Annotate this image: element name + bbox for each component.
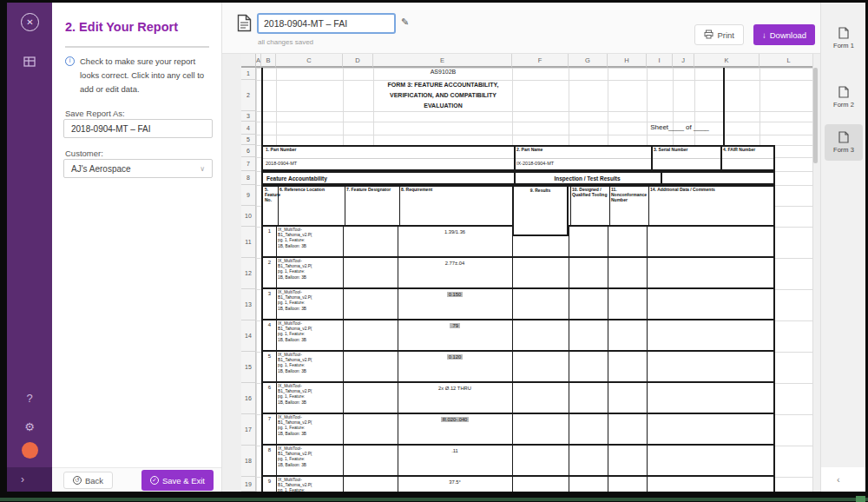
row-header[interactable]: 13 [241, 289, 256, 320]
comments-cell[interactable] [647, 227, 773, 256]
print-button[interactable]: Print [694, 24, 744, 45]
row-header[interactable]: 17 [241, 414, 256, 446]
results-cell[interactable] [512, 320, 569, 350]
save-report-input[interactable] [63, 119, 213, 138]
reference-location-cell[interactable]: IX_MultiTool-B1_Tahoma_v2.P(pg. 1, Featu… [278, 259, 342, 281]
comments-cell[interactable] [647, 289, 773, 319]
part-value-cell[interactable]: 2018-0904-MT [266, 161, 512, 166]
column-header[interactable]: J [673, 54, 694, 68]
row-header[interactable]: 10 [241, 206, 256, 227]
reference-location-cell[interactable]: IX_MultiTool-B1_Tahoma_v2.P(pg. 1, Featu… [278, 228, 342, 249]
results-cell[interactable] [512, 289, 569, 319]
row-header[interactable]: 11 [241, 227, 256, 258]
document-title-input[interactable] [257, 13, 396, 34]
row-header[interactable]: 16 [241, 383, 256, 414]
nonconformance-cell[interactable] [608, 227, 647, 256]
row-header[interactable]: 5 [241, 135, 256, 145]
reference-location-cell[interactable]: IX_MultiTool-B1_Tahoma_v2.P(pg. 1, Featu… [278, 384, 342, 406]
results-cell[interactable] [512, 414, 569, 444]
app-logo-icon[interactable]: ✕ [21, 13, 39, 31]
column-header[interactable]: B [261, 54, 276, 68]
nonconformance-cell[interactable] [608, 477, 647, 492]
reference-location-cell[interactable]: IX_MultiTool-B1_Tahoma_v2.P(pg. 1, Featu… [278, 290, 342, 312]
row-header[interactable]: 14 [241, 320, 256, 352]
reference-location-cell[interactable]: IX_MultiTool-B1_Tahoma_v2.P(pg. 1, Featu… [278, 478, 342, 492]
feature-no-cell[interactable]: 8 [263, 447, 276, 452]
reference-location-cell[interactable]: IX_MultiTool-B1_Tahoma_v2.P(pg. 1, Featu… [278, 353, 342, 374]
feature-designator-cell[interactable] [343, 258, 398, 287]
feature-no-cell[interactable]: 6 [263, 385, 276, 390]
requirement-cell[interactable]: R.020-.040 [398, 417, 512, 422]
spreadsheet[interactable]: ABCDEFGHIJKL1234567891011121314151617181… [241, 54, 819, 492]
user-avatar[interactable] [22, 442, 38, 459]
row-header[interactable]: 8 [241, 171, 256, 185]
save-exit-button[interactable]: ✓ Save & Exit [141, 470, 214, 491]
requirement-cell[interactable]: 0.150 [398, 292, 512, 297]
form-tab-form3[interactable]: Form 3 [825, 124, 863, 161]
tooling-cell[interactable] [569, 414, 608, 444]
results-cell[interactable] [512, 352, 569, 381]
reference-location-cell[interactable]: IX_MultiTool-B1_Tahoma_v2.P(pg. 1, Featu… [278, 446, 342, 468]
tooling-cell[interactable] [569, 446, 608, 475]
feature-no-cell[interactable]: 7 [263, 416, 276, 421]
results-cell[interactable] [512, 477, 569, 492]
row-header[interactable]: 2 [241, 80, 256, 111]
feature-designator-cell[interactable] [343, 477, 398, 492]
feature-no-cell[interactable]: 2 [263, 260, 276, 265]
row-header[interactable]: 9 [241, 185, 256, 206]
feature-no-cell[interactable]: 4 [263, 322, 276, 327]
results-cell[interactable] [512, 383, 569, 413]
nonconformance-cell[interactable] [608, 383, 647, 413]
column-header[interactable]: F [512, 54, 569, 68]
feature-designator-cell[interactable] [343, 446, 398, 475]
feature-designator-cell[interactable] [343, 383, 398, 413]
reports-grid-icon[interactable] [7, 56, 52, 69]
row-header[interactable]: 12 [241, 258, 256, 289]
column-header[interactable]: C [276, 54, 343, 68]
column-header[interactable]: D [343, 54, 373, 68]
row-header[interactable]: 3 [241, 111, 256, 122]
feature-designator-cell[interactable] [343, 320, 398, 350]
nonconformance-cell[interactable] [608, 352, 647, 381]
row-header[interactable]: 6 [241, 145, 256, 157]
requirement-cell[interactable]: 37.5° [398, 479, 512, 485]
comments-cell[interactable] [647, 320, 773, 350]
reference-location-cell[interactable]: IX_MultiTool-B1_Tahoma_v2.P(pg. 1, Featu… [278, 321, 342, 343]
column-header[interactable]: H [608, 54, 647, 68]
tooling-cell[interactable] [569, 352, 608, 381]
comments-cell[interactable] [647, 414, 773, 444]
feature-no-cell[interactable]: 9 [263, 479, 276, 484]
requirement-cell[interactable]: 1.39/1.36 [398, 229, 512, 234]
comments-cell[interactable] [647, 258, 773, 287]
nonconformance-cell[interactable] [608, 414, 647, 444]
tooling-cell[interactable] [569, 477, 608, 492]
tooling-cell[interactable] [569, 383, 608, 413]
column-header[interactable]: K [694, 54, 760, 68]
part-value-cell[interactable]: IX-2018-0904-MT [516, 161, 649, 166]
comments-cell[interactable] [647, 383, 773, 413]
feature-designator-cell[interactable] [343, 414, 398, 444]
settings-gear-icon[interactable]: ⚙ [7, 420, 52, 433]
row-header[interactable]: 19 [241, 477, 256, 492]
feature-designator-cell[interactable] [343, 352, 398, 381]
nonconformance-cell[interactable] [608, 289, 647, 319]
nonconformance-cell[interactable] [608, 320, 647, 350]
row-header[interactable]: 7 [241, 157, 256, 171]
comments-cell[interactable] [647, 477, 773, 492]
collapse-panel-button[interactable]: ‹ [821, 467, 865, 492]
tooling-cell[interactable] [569, 258, 608, 287]
sheet-of-cell[interactable]: Sheet____ of ____ [623, 123, 736, 131]
form-tab-form2[interactable]: Form 2 [825, 79, 863, 116]
feature-no-cell[interactable]: 5 [263, 353, 276, 359]
tooling-cell[interactable] [569, 227, 608, 256]
back-button[interactable]: ↺ Back [63, 472, 113, 489]
edit-pencil-icon[interactable]: ✎ [401, 17, 409, 28]
tooling-cell[interactable] [569, 320, 608, 350]
reference-location-cell[interactable]: IX_MultiTool-B1_Tahoma_v2.P(pg. 1, Featu… [278, 415, 342, 437]
column-header[interactable]: L [760, 54, 819, 68]
requirement-cell[interactable]: 2.77±.04 [398, 261, 512, 266]
row-header[interactable]: 15 [241, 352, 256, 383]
scrollbar-thumb[interactable] [813, 68, 818, 163]
feature-designator-cell[interactable] [343, 227, 398, 256]
standard-label[interactable]: AS9102B [280, 69, 606, 75]
